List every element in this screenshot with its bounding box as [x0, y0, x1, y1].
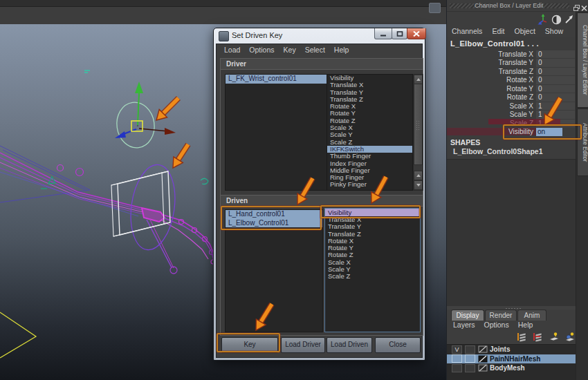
menu-select[interactable]: Select	[305, 46, 325, 56]
layer-playback-toggle[interactable]	[465, 345, 475, 354]
new-empty-layer-icon[interactable]	[516, 332, 529, 343]
menu-layers[interactable]: Layers	[453, 321, 475, 329]
shapes-header: SHAPES	[450, 138, 480, 146]
scroll-up-button[interactable]	[414, 75, 423, 84]
channel-label[interactable]: Translate X	[447, 50, 536, 58]
layer-color-swatch[interactable]	[478, 345, 488, 353]
driver-attribute-list[interactable]: Visibility Translate X Translate Y Trans…	[327, 74, 413, 191]
move-manipulator[interactable]	[114, 82, 176, 150]
channel-box-toolbar	[538, 14, 573, 26]
tab-display[interactable]: Display	[451, 310, 484, 321]
close-button[interactable]	[407, 28, 426, 39]
channel-label[interactable]: Translate Y	[447, 59, 536, 66]
viewport-toolbar	[0, 0, 446, 25]
panel-titlebar[interactable]: Channel Box / Layer Editor	[447, 0, 588, 12]
channel-label[interactable]: Rotate Z	[447, 93, 536, 101]
new-layer-from-selected-icon[interactable]	[532, 332, 544, 343]
channel-box-menubar: Channels Edit Object Show	[452, 27, 563, 35]
layer-color-swatch[interactable]	[478, 355, 488, 363]
scroll-up-button[interactable]	[414, 171, 423, 180]
tab-attribute-editor[interactable]: Attribute Editor	[577, 108, 588, 176]
pick-arrow-icon[interactable]	[564, 14, 573, 26]
layer-visibility-toggle[interactable]: V	[452, 345, 462, 354]
tab-channel-box-layer-editor[interactable]: Channel Box / Layer Editor	[577, 12, 588, 108]
y-axis-arrow[interactable]	[135, 82, 143, 93]
scroll-thumb[interactable]	[414, 84, 423, 165]
channel-value[interactable]: 0	[536, 93, 575, 102]
channel-label[interactable]: Scale Y	[447, 111, 536, 118]
channel-value[interactable]: 0	[536, 68, 575, 76]
menu-layer-help[interactable]: Help	[518, 321, 533, 329]
channel-value[interactable]: 0	[536, 85, 575, 93]
channel-row: Scale X1	[447, 102, 576, 111]
channel-box-panel: Channel Box / Layer Editor Channels Edit…	[446, 0, 588, 380]
z-axis-arrow[interactable]	[115, 131, 126, 138]
channel-row: Scale Y1	[447, 111, 576, 120]
menu-help[interactable]: Help	[334, 46, 349, 56]
channel-label[interactable]: Translate Z	[447, 68, 536, 75]
channel-label[interactable]: Rotate X	[447, 76, 536, 84]
ik-handle-markers	[41, 70, 208, 189]
restore-panel-icon[interactable]	[573, 2, 580, 9]
layer-name[interactable]: Joints	[490, 345, 510, 353]
close-dialog-button[interactable]: Close	[375, 337, 421, 353]
channel-row: Rotate X0	[447, 76, 576, 85]
maximize-button[interactable]	[392, 28, 407, 39]
layer-name[interactable]: BodyMesh	[490, 364, 525, 372]
menu-layer-options[interactable]: Options	[484, 321, 509, 329]
scroll-down-button[interactable]	[414, 180, 423, 190]
channel-value[interactable]: 0	[536, 59, 575, 67]
viewport-corner-icon[interactable]	[429, 3, 441, 13]
driven-attribute-item[interactable]: Scale Z	[325, 273, 420, 280]
menu-key[interactable]: Key	[284, 46, 296, 56]
load-driven-button[interactable]: Load Driven	[327, 337, 372, 353]
layer-list: V Joints PainNHairMesh BodyMesh	[447, 344, 576, 380]
driver-attribute-item[interactable]: Pinky Finger	[327, 181, 412, 188]
layer-visibility-toggle[interactable]	[452, 354, 462, 363]
maya-window-icon	[219, 31, 229, 41]
close-panel-icon[interactable]	[581, 2, 587, 9]
layer-row-joints[interactable]: V Joints	[447, 345, 576, 354]
menu-object[interactable]: Object	[514, 27, 535, 35]
shape-node-name[interactable]: L_Elbow_Control0Shape1	[453, 147, 543, 155]
menu-show[interactable]: Show	[545, 27, 563, 35]
layer-color-swatch[interactable]	[478, 364, 488, 372]
load-driver-button[interactable]: Load Driver	[281, 337, 325, 353]
driver-object-item[interactable]: L_FK_Wrist_control01	[226, 75, 327, 84]
driver-list-scrollbar[interactable]	[413, 74, 423, 191]
layer-playback-toggle[interactable]	[465, 354, 475, 363]
yellow-control-wireframe	[0, 312, 36, 358]
layer-row-painnhairmesh[interactable]: PainNHairMesh	[447, 354, 576, 364]
speed-dial-icon[interactable]	[551, 14, 561, 26]
channel-value[interactable]: 1	[536, 102, 575, 111]
driver-object-list[interactable]: L_FK_Wrist_control01	[225, 74, 327, 191]
annotation-box-channel-visibility	[503, 124, 582, 140]
channel-label[interactable]: Scale X	[447, 102, 536, 110]
channel-label[interactable]: Rotate Y	[447, 85, 536, 93]
tab-render[interactable]: Render	[485, 310, 517, 321]
menu-load[interactable]: Load	[224, 46, 240, 56]
new-display-layer-icon[interactable]	[548, 332, 560, 343]
new-render-layer-icon[interactable]	[564, 332, 576, 343]
drag-grip[interactable]	[543, 3, 569, 8]
channel-value[interactable]: 0	[536, 76, 575, 84]
channel-value[interactable]: 1	[536, 111, 575, 119]
skeleton-wireframe	[0, 153, 215, 274]
move-manipulator-icon[interactable]	[538, 14, 549, 26]
menu-edit[interactable]: Edit	[492, 27, 504, 35]
channel-value[interactable]: 0	[536, 50, 575, 59]
layer-menubar: Layers Options Help	[453, 321, 533, 329]
minimize-button[interactable]	[374, 28, 392, 39]
channel-object-name[interactable]: L_Elbow_Control01 . . .	[450, 39, 539, 48]
driver-group: Driver L_FK_Wrist_control01 Visibility T…	[220, 58, 423, 196]
channel-box-empty-area	[447, 159, 576, 307]
menu-options[interactable]: Options	[249, 46, 274, 56]
layer-playback-toggle[interactable]	[465, 364, 475, 372]
x-axis-arrow[interactable]	[165, 128, 176, 135]
layer-row-bodymesh[interactable]: BodyMesh	[447, 363, 576, 373]
tab-anim[interactable]: Anim	[517, 310, 546, 321]
layer-visibility-toggle[interactable]	[452, 364, 462, 372]
menu-channels[interactable]: Channels	[452, 27, 482, 35]
driven-attribute-list[interactable]: Visibility Translate X Translate Y Trans…	[324, 208, 421, 332]
layer-name[interactable]: PainNHairMesh	[490, 355, 540, 363]
